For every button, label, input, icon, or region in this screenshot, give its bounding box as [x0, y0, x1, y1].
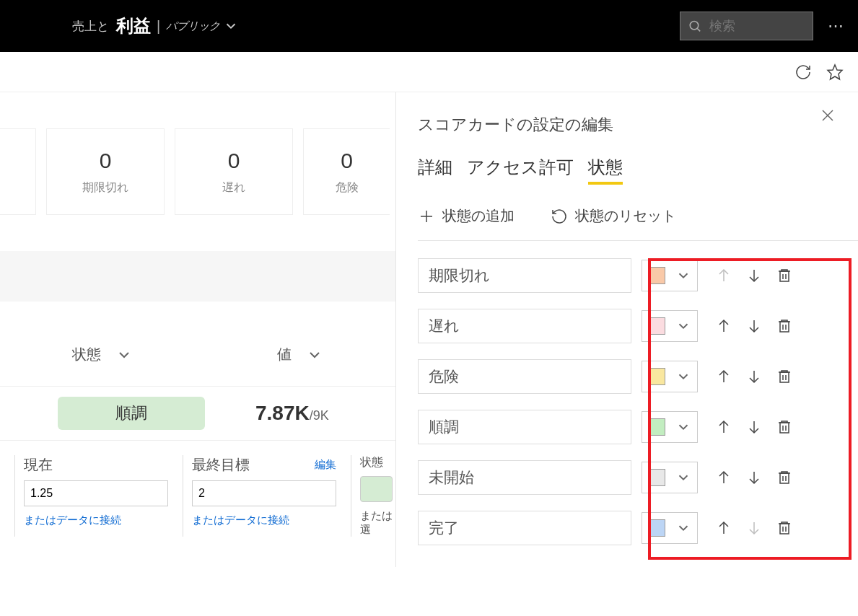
panel-actions: 状態の追加 状態のリセット — [418, 206, 858, 226]
chevron-down-icon — [675, 470, 691, 485]
add-status-button[interactable]: 状態の追加 — [418, 206, 515, 226]
goal-input[interactable] — [192, 480, 336, 506]
refresh-icon[interactable] — [794, 63, 812, 81]
search-box[interactable] — [680, 12, 813, 40]
status-list — [418, 258, 858, 545]
more-icon[interactable]: ⋯ — [828, 17, 844, 35]
edit-state: 状態 または選 — [351, 455, 395, 537]
arrow-down-icon[interactable] — [745, 267, 763, 284]
status-label-input[interactable] — [418, 359, 631, 394]
status-item — [418, 511, 844, 545]
search-input[interactable] — [709, 19, 805, 34]
color-swatch — [648, 317, 665, 335]
color-swatch — [648, 469, 665, 486]
state-pill[interactable] — [360, 476, 393, 502]
color-picker[interactable] — [642, 462, 698, 493]
column-headers: 状態 値 — [0, 302, 395, 386]
status-item — [418, 359, 844, 394]
card-risk[interactable]: 0 危険 — [303, 128, 390, 215]
header-value[interactable]: 値 — [277, 345, 323, 364]
star-icon[interactable] — [826, 63, 844, 81]
cards-row: 0 期限切れ 0 遅れ 0 危険 — [0, 128, 395, 215]
svg-rect-14 — [780, 322, 789, 332]
arrow-down-icon[interactable] — [745, 469, 763, 486]
svg-rect-24 — [780, 423, 789, 433]
color-swatch — [648, 418, 665, 436]
chevron-down-icon — [675, 369, 691, 384]
svg-point-0 — [690, 21, 698, 29]
arrow-up-icon[interactable] — [715, 469, 732, 486]
current-input[interactable] — [24, 480, 168, 506]
top-bar: 売上と 利益 | パブリック ⋯ — [0, 0, 858, 52]
edit-current: 現在 またはデータに接続 — [14, 455, 168, 537]
edit-section: 現在 またはデータに接続 最終目標 編集 またはデータに接続 状態 または選 — [0, 455, 395, 537]
breadcrumb-main: 利益 — [116, 14, 151, 38]
edit-goal: 最終目標 編集 またはデータに接続 — [183, 455, 336, 537]
panel-title: スコアカードの設定の編集 — [418, 114, 858, 136]
settings-panel: スコアカードの設定の編集 詳細 アクセス許可 状態 状態の追加 状態のリセット — [395, 92, 858, 567]
svg-rect-29 — [780, 473, 789, 483]
status-label-input[interactable] — [418, 460, 631, 495]
trash-icon[interactable] — [776, 267, 793, 284]
status-item — [418, 410, 844, 444]
color-picker[interactable] — [642, 260, 698, 291]
visibility-dropdown[interactable]: パブリック — [166, 18, 239, 34]
arrow-up-icon[interactable] — [715, 368, 732, 385]
status-row: 順調 7.87K/9K — [0, 386, 395, 441]
tabs: 詳細 アクセス許可 状態 — [418, 156, 858, 185]
color-picker[interactable] — [642, 512, 698, 544]
card-expired[interactable]: 0 期限切れ — [46, 128, 165, 215]
svg-marker-2 — [828, 65, 842, 79]
svg-rect-34 — [780, 524, 789, 534]
breadcrumb-pre: 売上と — [72, 18, 109, 35]
arrow-down-icon — [745, 519, 763, 537]
header-state[interactable]: 状態 — [72, 345, 133, 364]
plus-icon — [418, 208, 435, 225]
arrow-up-icon[interactable] — [715, 418, 732, 436]
trash-icon[interactable] — [776, 317, 793, 335]
tab-status[interactable]: 状態 — [588, 156, 623, 185]
color-picker[interactable] — [642, 310, 698, 342]
status-label-input[interactable] — [418, 258, 631, 293]
tab-details[interactable]: 詳細 — [418, 156, 452, 185]
search-icon — [688, 17, 702, 35]
arrow-down-icon[interactable] — [745, 418, 763, 436]
arrow-up-icon — [715, 267, 732, 284]
arrow-down-icon[interactable] — [745, 317, 763, 335]
left-pane: 0 期限切れ 0 遅れ 0 危険 状態 値 — [0, 92, 395, 567]
breadcrumb-sep: | — [157, 18, 160, 35]
chevron-down-icon — [675, 318, 691, 334]
reset-status-button[interactable]: 状態のリセット — [551, 206, 676, 226]
color-picker[interactable] — [642, 411, 698, 443]
grey-block — [0, 251, 395, 302]
status-item — [418, 258, 844, 293]
divider — [418, 240, 858, 241]
edit-link[interactable]: 編集 — [315, 458, 336, 472]
reset-icon — [551, 208, 568, 225]
status-label-input[interactable] — [418, 309, 631, 343]
tab-permissions[interactable]: アクセス許可 — [467, 156, 574, 185]
chevron-down-icon — [306, 346, 323, 364]
card-late[interactable]: 0 遅れ — [175, 128, 293, 215]
arrow-up-icon[interactable] — [715, 519, 732, 537]
trash-icon[interactable] — [776, 469, 793, 486]
chevron-down-icon — [675, 419, 691, 435]
color-picker[interactable] — [642, 361, 698, 392]
status-pill[interactable]: 順調 — [58, 397, 205, 430]
color-swatch — [648, 368, 665, 385]
connect-link[interactable]: またはデータに接続 — [192, 514, 336, 527]
status-item — [418, 309, 844, 343]
arrow-up-icon[interactable] — [715, 317, 732, 335]
trash-icon[interactable] — [776, 519, 793, 537]
arrow-down-icon[interactable] — [745, 368, 763, 385]
status-label-input[interactable] — [418, 511, 631, 545]
chevron-down-icon — [223, 18, 239, 34]
status-label-input[interactable] — [418, 410, 631, 444]
card-edge — [0, 128, 36, 215]
color-swatch — [648, 519, 665, 537]
trash-icon[interactable] — [776, 418, 793, 436]
close-icon[interactable] — [819, 107, 836, 124]
connect-link[interactable]: またはデータに接続 — [24, 514, 168, 527]
trash-icon[interactable] — [776, 368, 793, 385]
sub-bar — [0, 52, 858, 92]
